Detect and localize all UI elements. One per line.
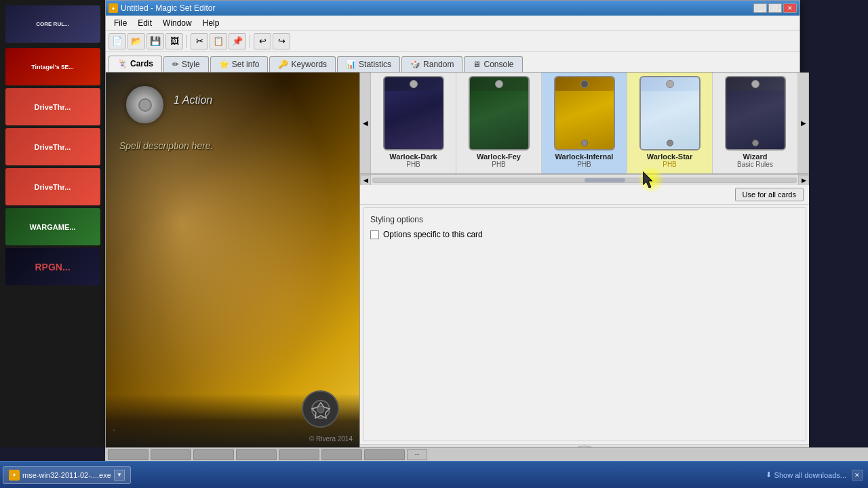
title-bar-left: ♦ Untitled - Magic Set Editor [108, 3, 215, 13]
dots-indicator: ··· [407, 449, 427, 460]
gallery-item-wizard[interactable]: Wizard Basic Rules [713, 73, 798, 174]
menu-window[interactable]: Window [157, 17, 197, 29]
random-tab-icon: 🎲 [410, 60, 420, 69]
close-download-bar-btn[interactable]: ✕ [852, 470, 863, 481]
tab-console[interactable]: 🖥 Console [464, 56, 522, 72]
options-checkbox-row: Options specific to this card [370, 230, 799, 239]
card-name-star: Warlock-Star [647, 152, 692, 161]
stats-tab-icon: 📊 [346, 60, 356, 69]
card-set-dark: PHB [406, 161, 420, 168]
show-downloads-btn[interactable]: ⬇ Show all downloads... [766, 470, 846, 479]
menu-help[interactable]: Help [197, 17, 225, 29]
menu-edit[interactable]: Edit [132, 17, 157, 29]
card-name-wizard: Wizard [743, 152, 768, 161]
taskbar-right: ⬇ Show all downloads... ✕ [766, 470, 868, 481]
gear-inner [138, 98, 152, 112]
mini-thumb-7 [364, 449, 405, 460]
console-tab-icon: 🖥 [473, 60, 481, 69]
options-checkbox[interactable] [370, 230, 379, 239]
mini-thumb-4 [236, 449, 277, 460]
minimize-button[interactable]: _ [753, 3, 767, 13]
export-button[interactable]: 🖼 [165, 33, 183, 49]
title-bar: ♦ Untitled - Magic Set Editor _ □ ✕ [106, 1, 800, 16]
bottom-thumb-items: ··· [105, 448, 430, 462]
card-name-fey: Warlock-Fey [477, 152, 521, 161]
open-button[interactable]: 📂 [127, 33, 145, 49]
card-name-infernal: Warlock-Infernal [555, 152, 614, 161]
card-description: Spell description here. [119, 140, 346, 151]
copy-button[interactable]: 📋 [210, 33, 227, 49]
gallery-items-container: Warlock-Dark PHB Warlock-Fey PHB [371, 73, 798, 174]
card-dash: - [113, 425, 115, 434]
thumb-dot-fey [495, 80, 503, 88]
app-icon: ♦ [108, 3, 118, 13]
thumb-dot-infernal [580, 80, 589, 88]
tab-cards[interactable]: 🃏 Cards [108, 56, 162, 72]
style-tab-label: Style [182, 60, 200, 69]
gallery-item-warlock-infernal[interactable]: Warlock-Infernal PHB [542, 73, 627, 174]
card-bottom-icon [302, 390, 339, 428]
tab-keywords[interactable]: 🔑 Keywords [269, 56, 336, 72]
gallery-scroll-right[interactable]: ▶ [798, 73, 809, 174]
keywords-tab-icon: 🔑 [278, 60, 288, 69]
use-for-all-button[interactable]: Use for all cards [735, 188, 804, 201]
taskbar-dropdown-btn[interactable]: ▼ [114, 470, 125, 481]
scroll-right-btn[interactable]: ▶ [798, 175, 809, 186]
thumb-dot-star [666, 80, 674, 88]
card-set-infernal: PHB [577, 161, 591, 168]
gallery-item-warlock-fey[interactable]: Warlock-Fey PHB [456, 73, 542, 174]
scroll-track[interactable] [372, 178, 797, 183]
scroll-left-btn[interactable]: ◀ [360, 175, 371, 186]
bottom-scroll-strip: ··· [105, 447, 868, 461]
show-downloads-label: Show all downloads... [774, 471, 846, 479]
styling-title: Styling options [370, 215, 799, 224]
gallery-scroll-left[interactable]: ◀ [360, 73, 371, 174]
card-preview-panel: 1 Action Spell description here. © River… [106, 73, 360, 448]
maximize-button[interactable]: □ [768, 3, 782, 13]
card-visual: 1 Action Spell description here. © River… [106, 73, 359, 448]
card-thumb-fey [469, 76, 530, 150]
menu-file[interactable]: File [108, 17, 132, 29]
card-thumb-wizard [725, 76, 786, 150]
right-panel: ◀ Warlock-Dark PHB [360, 73, 809, 448]
gallery-item-warlock-dark[interactable]: Warlock-Dark PHB [371, 73, 456, 174]
paste-button[interactable]: 📌 [229, 33, 246, 49]
tab-random[interactable]: 🎲 Random [401, 56, 462, 72]
styling-options-panel: Styling options Options specific to this… [363, 207, 806, 441]
thumb-dot-wizard [751, 80, 760, 88]
gallery-item-warlock-star[interactable]: Warlock-Star PHB [627, 73, 713, 174]
cut-button[interactable]: ✂ [191, 33, 208, 49]
card-set-fey: PHB [492, 161, 506, 168]
redo-button[interactable]: ↪ [273, 33, 290, 49]
taskbar-program-label: mse-win32-2011-02-....exe [22, 471, 111, 479]
card-set-wizard: Basic Rules [737, 161, 773, 168]
new-button[interactable]: 📄 [108, 33, 126, 49]
taskbar-program-item[interactable]: ♦ mse-win32-2011-02-....exe ▼ [3, 466, 131, 484]
close-button[interactable]: ✕ [783, 3, 797, 13]
scroll-thumb[interactable] [585, 178, 625, 182]
tab-setinfo[interactable]: ⭐ Set info [210, 56, 269, 72]
card-thumb-infernal [554, 76, 615, 150]
card-name-dark: Warlock-Dark [389, 152, 437, 161]
mini-thumb-1 [108, 449, 149, 460]
mini-thumb-6 [321, 449, 362, 460]
main-content: 1 Action Spell description here. © River… [106, 73, 800, 448]
gallery-scrollbar: ◀ ▶ [360, 174, 809, 185]
tab-bar: 🃏 Cards ✏ Style ⭐ Set info 🔑 Keywords 📊 … [106, 52, 800, 73]
cards-gallery: ◀ Warlock-Dark PHB [360, 73, 809, 174]
setinfo-tab-icon: ⭐ [219, 60, 229, 69]
ads-panel: CORE RUL... Tintagel's 5E... DriveThr...… [0, 0, 105, 447]
undo-button[interactable]: ↩ [254, 33, 271, 49]
style-tab-icon: ✏ [172, 60, 179, 69]
cards-tab-icon: 🃏 [117, 59, 127, 68]
separator-1 [186, 35, 187, 48]
svg-point-2 [317, 406, 324, 413]
toolbar: 📄 📂 💾 🖼 ✂ 📋 📌 ↩ ↪ [106, 30, 800, 52]
menu-bar: File Edit Window Help [106, 16, 800, 30]
title-controls: _ □ ✕ [753, 3, 797, 13]
use-for-all-container: Use for all cards [360, 185, 809, 205]
thumb-dot-dark [410, 80, 418, 88]
tab-statistics[interactable]: 📊 Statistics [337, 56, 400, 72]
save-button[interactable]: 💾 [146, 33, 164, 49]
tab-style[interactable]: ✏ Style [163, 56, 209, 72]
